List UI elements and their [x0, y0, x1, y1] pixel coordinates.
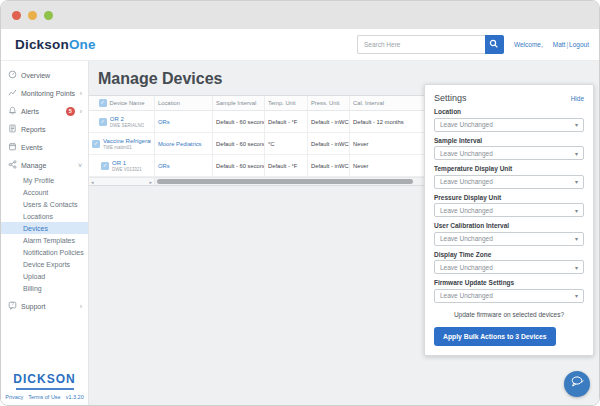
column-header-sample-interval[interactable]: Sample Interval [216, 100, 261, 106]
user-name-link[interactable]: Matt [553, 41, 566, 48]
cal-interval-value: Default - 12 months [353, 119, 423, 125]
field-label-location: Location [434, 108, 584, 115]
press-unit-value: Default - inWC [311, 119, 346, 125]
sample-interval-select[interactable]: Leave Unchanged ▾ [434, 146, 584, 160]
dicksonone-logo[interactable]: DicksonOne [15, 37, 96, 52]
device-name-link[interactable]: Vaccine Refrigerator [103, 138, 151, 144]
sidebar-item-manage[interactable]: Manage ˅ [1, 156, 88, 174]
location-select[interactable]: Leave Unchanged ▾ [434, 118, 584, 132]
location-link[interactable]: ORs [158, 119, 209, 125]
sidebar-item-device-exports[interactable]: Device Exports [1, 258, 88, 270]
app-header: DicksonOne Welcome, Matt|Logout [1, 29, 599, 61]
share-nodes-icon [8, 160, 17, 170]
temp-unit-value: Default - °F [268, 119, 304, 125]
document-icon [8, 124, 17, 134]
main-content: Manage Devices ✓ Device Name Location Sa… [89, 61, 599, 406]
select-all-checkbox[interactable]: ✓ [99, 99, 107, 107]
close-window-button[interactable] [12, 11, 21, 20]
field-label-sample-interval: Sample Interval [434, 137, 584, 144]
caret-down-icon: ▾ [575, 121, 578, 128]
sidebar-label: Support [21, 303, 46, 310]
device-serial: DWE SERIALNO [110, 123, 145, 128]
maximize-window-button[interactable] [44, 11, 53, 20]
user-calibration-interval-select[interactable]: Leave Unchanged ▾ [434, 232, 584, 246]
sidebar-item-account[interactable]: Account [1, 186, 88, 198]
privacy-link[interactable]: Privacy [5, 394, 23, 400]
chat-widget-button[interactable] [564, 371, 590, 397]
sidebar-item-billing[interactable]: Billing [1, 282, 88, 294]
scrollbar-thumb[interactable] [157, 179, 413, 184]
sidebar-item-upload[interactable]: Upload [1, 270, 88, 282]
search-icon [489, 37, 499, 52]
caret-down-icon: ▾ [575, 292, 578, 299]
sidebar-label: Manage [21, 162, 46, 169]
select-value: Leave Unchanged [440, 264, 493, 271]
temp-unit-value: °C [268, 141, 304, 147]
chat-bubbles-icon [570, 375, 585, 393]
field-label-display-time-zone: Display Time Zone [434, 251, 584, 258]
pressure-display-unit-select[interactable]: Leave Unchanged ▾ [434, 203, 584, 217]
firmware-update-settings-select[interactable]: Leave Unchanged ▾ [434, 289, 584, 303]
help-icon: ? [8, 301, 17, 311]
row-checkbox[interactable]: ✓ [92, 140, 100, 148]
sample-interval-value: Default - 60 seconds [216, 119, 261, 125]
chevron-right-icon: › [80, 108, 82, 115]
device-row: ✓ OR 1 DWE V013321 ORs Default - 60 seco… [89, 155, 426, 177]
sidebar-item-alerts[interactable]: Alerts 5 › [1, 102, 88, 120]
hide-panel-link[interactable]: Hide [571, 95, 584, 102]
column-header-press-unit[interactable]: Press. Unit [311, 100, 346, 106]
overview-icon [8, 70, 17, 80]
caret-down-icon: ▾ [575, 207, 578, 214]
column-header-device-name[interactable]: Device Name [110, 100, 145, 106]
version-text: v1.3.20 [66, 394, 84, 400]
scroll-left-icon[interactable]: ◂ [91, 179, 94, 185]
table-horizontal-scrollbar[interactable]: ◂ ▸ [89, 177, 426, 185]
sidebar-item-notification-policies[interactable]: Notification Policies [1, 246, 88, 258]
row-checkbox[interactable]: ✓ [101, 162, 109, 170]
search-button[interactable] [485, 35, 504, 54]
field-label-temperature-display-unit: Temperature Display Unit [434, 165, 584, 172]
select-value: Leave Unchanged [440, 150, 493, 157]
sidebar-item-users-contacts[interactable]: Users & Contacts [1, 198, 88, 210]
sidebar-item-my-profile[interactable]: My Profile [1, 174, 88, 186]
search-input[interactable] [357, 35, 485, 54]
location-link[interactable]: ORs [158, 163, 209, 169]
sidebar-item-locations[interactable]: Locations [1, 210, 88, 222]
sidebar-item-support[interactable]: ? Support › [1, 297, 88, 315]
line-chart-icon [8, 88, 17, 98]
caret-down-icon: ▾ [575, 264, 578, 271]
column-header-location[interactable]: Location [158, 100, 209, 106]
device-name-link[interactable]: OR 1 [112, 160, 142, 166]
location-link[interactable]: Moore Pediatrics [158, 141, 209, 147]
minimize-window-button[interactable] [28, 11, 37, 20]
sidebar-item-events[interactable]: Events [1, 138, 88, 156]
column-header-cal-interval[interactable]: Cal. Interval [353, 100, 423, 106]
header-divider: | [566, 41, 568, 48]
device-name-link[interactable]: OR 2 [110, 116, 145, 122]
sidebar-item-devices[interactable]: Devices [1, 222, 88, 234]
device-row: ✓ OR 2 DWE SERIALNO ORs Default - 60 sec… [89, 111, 426, 133]
sidebar-label: Reports [21, 126, 46, 133]
row-checkbox[interactable]: ✓ [99, 118, 107, 126]
sidebar-label: Events [21, 144, 42, 151]
sidebar-label: Alerts [21, 108, 39, 115]
scroll-right-icon[interactable]: ▸ [149, 179, 152, 185]
select-value: Leave Unchanged [440, 235, 493, 242]
sidebar-item-alarm-templates[interactable]: Alarm Templates [1, 234, 88, 246]
terms-link[interactable]: Terms of Use [28, 394, 60, 400]
temperature-display-unit-select[interactable]: Leave Unchanged ▾ [434, 175, 584, 189]
window-titlebar [1, 1, 599, 29]
column-header-temp-unit[interactable]: Temp. Unit [268, 100, 304, 106]
press-unit-value: Default - inWC [311, 141, 346, 147]
logout-link[interactable]: Logout [569, 41, 589, 48]
select-value: Leave Unchanged [440, 121, 493, 128]
field-label-user-calibration-interval: User Calibration Interval [434, 222, 584, 229]
display-time-zone-select[interactable]: Leave Unchanged ▾ [434, 260, 584, 274]
apply-bulk-actions-button[interactable]: Apply Bulk Actions to 3 Devices [434, 327, 556, 346]
app-window: DicksonOne Welcome, Matt|Logout Overview [0, 0, 600, 406]
update-firmware-question-link[interactable]: Update firmware on selected devices? [434, 311, 584, 318]
sidebar-item-reports[interactable]: Reports [1, 120, 88, 138]
devices-table: ✓ Device Name Location Sample Interval T… [89, 95, 427, 186]
sidebar-item-monitoring-points[interactable]: Monitoring Points › [1, 84, 88, 102]
sidebar-item-overview[interactable]: Overview [1, 66, 88, 84]
